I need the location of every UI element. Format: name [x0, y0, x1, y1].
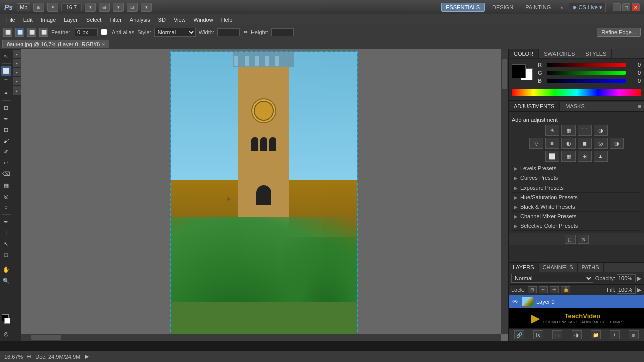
menu-analysis[interactable]: Analysis — [126, 16, 154, 24]
tool-eraser[interactable]: ⌫ — [1, 169, 11, 179]
tool-magic-wand[interactable]: ✦ — [1, 88, 11, 98]
adj-bot-icon-2[interactable]: ⊙ — [578, 235, 589, 244]
layers-group[interactable]: 📁 — [591, 330, 601, 339]
menu-view[interactable]: View — [170, 16, 190, 24]
expand-workspaces[interactable]: » — [558, 3, 566, 11]
preset-levels[interactable]: ▶ Levels Presets — [512, 164, 641, 173]
adj-hue-sat[interactable]: ▽ — [529, 138, 543, 149]
cs-live-dropdown[interactable]: ▾ — [599, 4, 602, 11]
adj-channel-mixer[interactable]: ◎ — [594, 138, 608, 149]
fill-stepper[interactable]: ▶ — [637, 287, 641, 293]
menu-help[interactable]: Help — [217, 16, 237, 24]
lock-brush[interactable]: ✒ — [539, 286, 548, 293]
menu-file[interactable]: File — [2, 16, 19, 24]
adj-brightness[interactable]: ☀ — [545, 125, 559, 136]
adj-solid-color[interactable]: ⬜ — [545, 151, 559, 162]
layers-mask[interactable]: ◻ — [552, 330, 562, 339]
tab-channels[interactable]: CHANNELS — [539, 263, 578, 272]
opacity-input[interactable] — [617, 274, 636, 282]
zoom-dropdown[interactable]: ▾ — [85, 3, 96, 12]
workspace-essentials[interactable]: ESSENTIALS — [441, 3, 485, 12]
height-input[interactable] — [271, 28, 294, 36]
tool-blur[interactable]: ◎ — [1, 191, 11, 201]
adj-color-balance[interactable]: ≡ — [545, 138, 559, 149]
vertical-scroll-thumb[interactable] — [502, 59, 507, 89]
menu-filter[interactable]: Filter — [105, 16, 125, 24]
layer-thumbnail[interactable] — [522, 297, 534, 307]
layer-0-row[interactable]: 👁 Layer 0 — [509, 295, 644, 308]
adj-bot-icon-1[interactable]: ⬚ — [565, 235, 576, 244]
marquee-style-icon1[interactable]: ⬜ — [3, 28, 12, 37]
horizontal-scrollbar[interactable] — [21, 334, 501, 341]
blue-slider[interactable] — [547, 79, 626, 83]
workspace-painting[interactable]: PAINTING — [521, 3, 555, 12]
screen-mode-dropdown[interactable]: ▾ — [47, 3, 58, 12]
menu-edit[interactable]: Edit — [19, 16, 37, 24]
tool-lasso[interactable]: ⌒ — [1, 77, 11, 87]
refine-edge-button[interactable]: Refine Edge... — [597, 28, 641, 37]
feather-input[interactable] — [75, 28, 98, 36]
tool-history[interactable]: ↩ — [1, 158, 11, 168]
tool-hand[interactable]: ✋ — [1, 264, 11, 275]
marquee-style-icon4[interactable]: ⬜ — [39, 28, 48, 37]
cs-live-button[interactable]: ⊕ CS Live ▾ — [569, 3, 606, 12]
swap-icon[interactable]: ⇔ — [243, 29, 248, 35]
tool-path-select[interactable]: ↖ — [1, 239, 11, 249]
tool-quick-mask[interactable]: ◎ — [1, 329, 11, 339]
collapse-panel-2[interactable]: ▸ — [13, 59, 21, 67]
antialias-checkbox[interactable] — [101, 29, 107, 35]
menu-image[interactable]: Image — [37, 16, 60, 24]
tool-move[interactable]: ↖ — [1, 51, 11, 61]
layers-adjustment[interactable]: ◑ — [572, 330, 582, 339]
fill-input[interactable] — [617, 286, 636, 294]
view-dropdown[interactable]: ▾ — [113, 3, 124, 12]
adjustments-panel-options[interactable]: ≡ — [636, 102, 644, 110]
tab-masks[interactable]: MASKS — [560, 102, 590, 111]
tool-pen[interactable]: ✒ — [1, 217, 11, 227]
tool-eyedropper[interactable]: ✒ — [1, 114, 11, 124]
close-button[interactable]: ✕ — [632, 3, 640, 11]
adj-curves[interactable]: ⌒ — [578, 125, 592, 136]
tab-adjustments[interactable]: ADJUSTMENTS — [509, 102, 560, 111]
preset-channel-mixer[interactable]: ▶ Channel Mixer Presets — [512, 212, 641, 221]
document-tab[interactable]: башня.jpg @ 16,7% (Layer 0, RGB/8) × — [2, 40, 109, 48]
adj-invert[interactable]: ◑ — [610, 138, 624, 149]
layers-delete[interactable]: 🗑 — [629, 330, 639, 339]
adj-exposure[interactable]: ◑ — [594, 125, 608, 136]
tool-clone[interactable]: ✐ — [1, 147, 11, 157]
tool-text[interactable]: T — [1, 228, 11, 238]
tool-patch[interactable]: ⊡ — [1, 125, 11, 135]
preset-bw[interactable]: ▶ Black & White Presets — [512, 202, 641, 212]
maximize-button[interactable]: □ — [622, 3, 630, 11]
lock-all[interactable]: 🔒 — [561, 286, 570, 293]
color-swatches-fg-bg[interactable] — [512, 64, 535, 83]
tool-marquee[interactable]: ⬜ — [1, 66, 11, 76]
collapse-panel-1[interactable]: ▸ — [13, 50, 21, 58]
adj-gradient-fill[interactable]: ▦ — [561, 151, 576, 162]
screen-mode-icon[interactable]: ⊞ — [33, 3, 44, 12]
foreground-background-colors[interactable] — [1, 314, 11, 328]
style-select[interactable]: Normal Fixed Ratio Fixed Size — [154, 28, 196, 37]
close-doc-tab[interactable]: × — [102, 42, 105, 47]
doc-info-arrow[interactable]: ▶ — [85, 353, 89, 360]
tab-swatches[interactable]: SWATCHES — [539, 49, 580, 58]
blend-mode-select[interactable]: Normal Multiply Screen — [511, 274, 593, 283]
layers-new[interactable]: + — [610, 330, 620, 339]
color-panel-options[interactable]: ≡ — [636, 50, 644, 58]
foreground-color-swatch[interactable] — [512, 64, 526, 78]
tool-gradient[interactable]: ▦ — [1, 180, 11, 190]
layers-link[interactable]: 🔗 — [514, 330, 524, 339]
minimize-button[interactable]: — — [613, 3, 621, 11]
tool-zoom[interactable]: 🔍 — [1, 276, 11, 286]
vertical-scrollbar[interactable] — [501, 49, 508, 334]
layers-panel-options[interactable]: ≡ — [636, 263, 644, 272]
tab-styles[interactable]: STYLES — [580, 49, 612, 58]
red-slider[interactable] — [547, 63, 626, 67]
marquee-style-icon3[interactable]: ⬜ — [27, 28, 36, 37]
canvas-image[interactable] — [171, 52, 357, 336]
marquee-style-icon2[interactable]: ⬜ — [15, 28, 24, 37]
adj-photo-filter[interactable]: ◼ — [578, 138, 592, 149]
tab-color[interactable]: COLOR — [509, 49, 539, 58]
tab-layers[interactable]: LAYERS — [509, 263, 539, 272]
menu-window[interactable]: Window — [190, 16, 217, 24]
